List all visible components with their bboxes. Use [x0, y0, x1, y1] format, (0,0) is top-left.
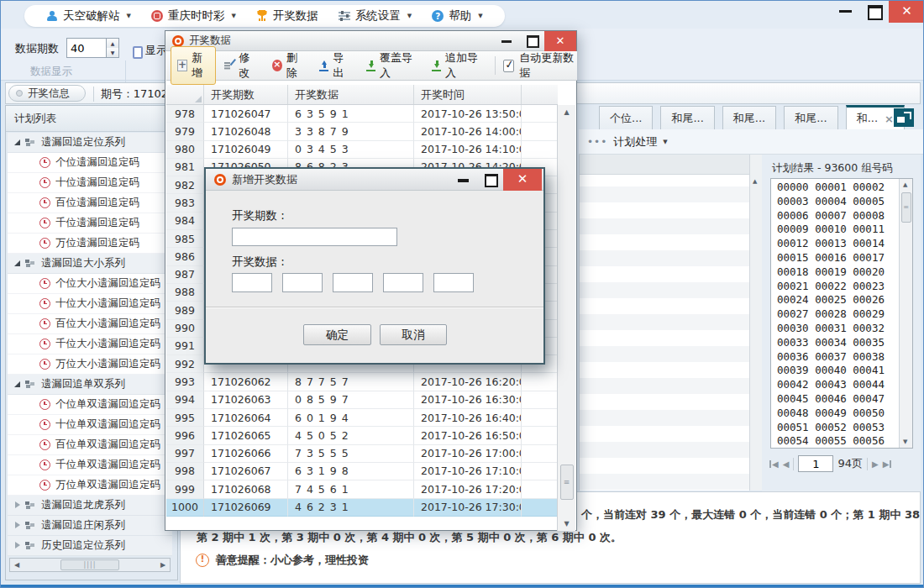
- result-scrollbar[interactable]: ▲ ≡ ▼: [899, 179, 912, 448]
- tree-expander-icon[interactable]: [28, 218, 38, 228]
- tree-expander-icon[interactable]: [13, 259, 23, 269]
- toolbar-button[interactable]: 删除: [265, 46, 311, 85]
- maximize-button[interactable]: [519, 31, 544, 51]
- tree-row[interactable]: 千位大小遗漏回追定码: [8, 334, 172, 354]
- maximize-button[interactable]: [860, 1, 889, 21]
- tree-row[interactable]: 遗漏回追大小系列: [8, 254, 172, 274]
- last-page-icon[interactable]: ▶: [883, 459, 892, 469]
- prev-page-icon[interactable]: ◀: [783, 459, 790, 469]
- menu-item[interactable]: 天空破解站 ▼: [38, 5, 139, 27]
- table-row[interactable]: 978 171026047 6 3 5 9 1 2017-10-26 13:50…: [166, 105, 558, 123]
- tree-expander-icon[interactable]: [28, 420, 38, 430]
- table-row[interactable]: 997 171026066 7 3 5 5 5 2017-10-26 17:00…: [166, 445, 558, 463]
- scroll-down-icon[interactable]: ▼: [558, 520, 575, 528]
- menu-item[interactable]: 重庆时时彩 ▼: [143, 5, 244, 27]
- table-row[interactable]: 1000 171026069 4 6 2 3 1 2017-10-26 17:3…: [166, 499, 558, 517]
- tree-expander-icon[interactable]: [28, 400, 38, 410]
- tree-expander-icon[interactable]: [28, 460, 38, 470]
- plan-tab[interactable]: 和尾... ×: [784, 106, 837, 129]
- checkbox-checked-icon[interactable]: [503, 60, 514, 72]
- minimize-button[interactable]: [832, 1, 860, 21]
- table-row[interactable]: 994 171026063 0 8 5 9 7 2017-10-26 16:30…: [166, 391, 558, 409]
- tree-expander-icon[interactable]: [28, 319, 38, 329]
- tree-row[interactable]: 千位遗漏回追定码: [8, 213, 172, 234]
- tree-row[interactable]: 遗漏回追庄闲系列: [8, 516, 172, 536]
- menu-item[interactable]: 系统设置 ▼: [330, 5, 420, 27]
- menu-item[interactable]: 开奖数据 ▼: [248, 5, 327, 27]
- toolbar-button[interactable]: 导出: [312, 46, 358, 85]
- tree-expander-icon[interactable]: [28, 480, 38, 491]
- draw-info-tab[interactable]: 开奖信息: [8, 85, 86, 102]
- scroll-right-icon[interactable]: ▶: [156, 561, 170, 569]
- sidebar-horizontal-scrollbar[interactable]: ◀ |||| ▶: [9, 558, 171, 572]
- minimize-button[interactable]: [494, 31, 519, 51]
- plan-grid-scrollbar[interactable]: [749, 155, 762, 491]
- tree-expander-icon[interactable]: [28, 239, 38, 249]
- digit-input-5[interactable]: [433, 273, 474, 292]
- tree-expander-icon[interactable]: [13, 380, 23, 390]
- tree-expander-icon[interactable]: [28, 299, 38, 309]
- plan-tab[interactable]: 个位... ×: [599, 106, 653, 129]
- tree-expander-icon[interactable]: [13, 541, 23, 551]
- tree-expander-icon[interactable]: [13, 138, 23, 148]
- toolbar-button[interactable]: 修改: [218, 46, 263, 85]
- expand-panel-icon[interactable]: [894, 108, 914, 127]
- tree-row[interactable]: 十位大小遗漏回追定码: [8, 294, 172, 314]
- digit-input-3[interactable]: [333, 273, 373, 292]
- tree-row[interactable]: 个位单双遗漏回追定码: [8, 395, 172, 415]
- tree-row[interactable]: 百位遗漏回追定码: [8, 193, 172, 213]
- menu-item[interactable]: 帮助 ▼: [423, 5, 491, 27]
- tree-row[interactable]: 历史回追定位系列: [8, 536, 172, 556]
- tree-row[interactable]: 十位单双遗漏回追定码: [8, 415, 172, 435]
- tree-row[interactable]: 遗漏回追单双系列: [8, 375, 172, 395]
- tree-row[interactable]: 个位大小遗漏回追定码: [8, 274, 172, 294]
- plan-tab[interactable]: 和尾... ×: [660, 106, 714, 129]
- table-row[interactable]: 995 171026064 6 0 1 9 4 2017-10-26 16:40…: [166, 409, 558, 427]
- period-count-stepper[interactable]: ▲▼: [107, 38, 119, 58]
- tree-row[interactable]: 遗漏回追定位系列: [8, 133, 172, 153]
- tree-row[interactable]: 个位遗漏回追定码: [8, 153, 172, 173]
- scrollbar-thumb[interactable]: ≡: [901, 192, 911, 223]
- column-header[interactable]: 开奖期数: [204, 85, 288, 104]
- period-count-input[interactable]: [66, 38, 107, 58]
- table-row[interactable]: 993 171026062 8 7 7 5 7 2017-10-26 16:20…: [166, 373, 558, 391]
- row-index-header[interactable]: [166, 85, 204, 104]
- auto-update-toggle[interactable]: 自动更新数据: [503, 50, 577, 81]
- close-tab-icon[interactable]: ×: [885, 113, 894, 125]
- tree-expander-icon[interactable]: [13, 501, 23, 511]
- tree-expander-icon[interactable]: [28, 339, 38, 349]
- table-scrollbar[interactable]: ▲ ≡ ▼: [557, 105, 575, 531]
- scroll-down-icon[interactable]: ▼: [903, 438, 907, 445]
- table-row[interactable]: 980 171026049 0 3 4 5 3 2017-10-26 14:10…: [166, 141, 558, 159]
- toolbar-button[interactable]: 追加导入: [425, 46, 489, 85]
- table-row[interactable]: 996 171026065 4 5 0 5 2 2017-10-26 16:50…: [166, 427, 558, 444]
- tree-expander-icon[interactable]: [28, 440, 38, 450]
- toolbar-button[interactable]: 覆盖导入: [360, 46, 423, 85]
- column-header[interactable]: 开奖时间: [414, 85, 522, 104]
- tree-expander-icon[interactable]: [13, 521, 23, 531]
- digit-input-4[interactable]: [383, 273, 423, 292]
- tree-row[interactable]: 千位单双遗漏回追定码: [8, 455, 172, 475]
- table-row[interactable]: 999 171026068 7 4 5 6 1 2017-10-26 17:20…: [166, 480, 558, 498]
- period-input[interactable]: [232, 228, 397, 246]
- cancel-button[interactable]: 取消: [380, 324, 447, 345]
- toolbar-button[interactable]: 新增: [171, 46, 216, 85]
- plan-actions-menu[interactable]: 计划处理: [613, 134, 657, 150]
- modal-titlebar[interactable]: 新增开奖数据 ✕: [206, 169, 543, 191]
- minimize-button[interactable]: [449, 169, 476, 191]
- close-button[interactable]: ✕: [503, 169, 542, 191]
- digit-input-2[interactable]: [282, 273, 323, 292]
- tree-row[interactable]: 百位大小遗漏回追定码: [8, 314, 172, 334]
- table-row[interactable]: 979 171026048 3 3 8 7 9 2017-10-26 14:00…: [166, 123, 558, 140]
- column-header[interactable]: 开奖数据: [288, 85, 414, 104]
- close-button[interactable]: ✕: [889, 1, 924, 23]
- maximize-button[interactable]: [476, 169, 503, 191]
- scroll-left-icon[interactable]: ◀: [10, 561, 24, 569]
- close-button[interactable]: ✕: [544, 31, 576, 51]
- tree-row[interactable]: 万位大小遗漏回追定码: [8, 354, 172, 375]
- tree-expander-icon[interactable]: [28, 360, 38, 370]
- tree-row[interactable]: 百位单双遗漏回追定码: [8, 435, 172, 455]
- display-button[interactable]: 显示: [131, 43, 167, 58]
- scroll-up-icon[interactable]: ▲: [558, 108, 575, 116]
- tree-expander-icon[interactable]: [28, 279, 38, 289]
